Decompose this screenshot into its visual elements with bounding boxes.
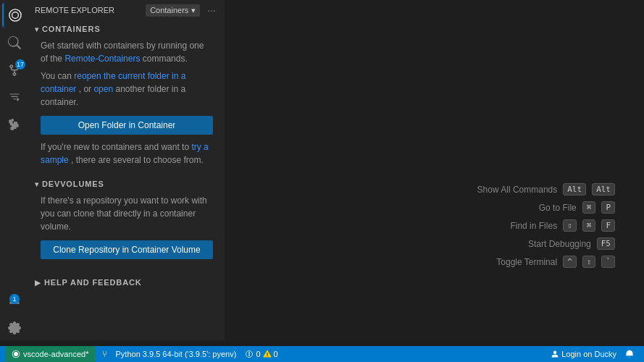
activity-icon-source-control[interactable]: 17	[2, 58, 27, 83]
kbd-shift-term: ⇧	[582, 256, 596, 268]
status-errors-item[interactable]: 0 0	[241, 346, 282, 362]
shortcut-label-terminal: Toggle Terminal	[463, 257, 557, 267]
kbd-cmd: ⌘	[582, 201, 596, 214]
status-login-item[interactable]: Login on Ducky	[546, 346, 621, 362]
warning-icon	[263, 350, 272, 358]
status-bar: vscode-advanced* ⑂ Python 3.9.5 64-bit (…	[0, 346, 644, 362]
sidebar: REMOTE EXPLORER Containers ▾ ··· ▾ CONTA…	[29, 0, 225, 340]
remote-label: vscode-advanced*	[23, 350, 89, 358]
shortcut-label-commands: Show All Commands	[463, 185, 557, 195]
new-text: If you're new to containers and want to	[41, 142, 189, 152]
containers-label: CONTAINERS	[42, 25, 101, 33]
help-label: HELP AND FEEDBACK	[44, 278, 142, 287]
main-content: Show All Commands Alt Alt Go to File ⌘ P…	[225, 0, 644, 340]
kbd-shift-find: ⇧	[563, 219, 577, 232]
bell-icon	[625, 350, 634, 358]
chevron-down-icon: ▾	[191, 6, 196, 15]
kbd-f: F	[601, 219, 615, 232]
error-count: 0	[256, 350, 260, 358]
commands-text: commands.	[143, 54, 188, 64]
sidebar-header: REMOTE EXPLORER Containers ▾ ···	[29, 0, 225, 20]
devvolumes-section-header[interactable]: ▾ DEVVOLUMES	[29, 175, 225, 191]
there-text: , there are several to choose from.	[71, 155, 204, 165]
activity-icon-extensions[interactable]	[2, 113, 27, 138]
source-control-badge: 17	[15, 59, 25, 70]
shortcut-label-goto: Go to File	[482, 203, 577, 213]
devvolumes-content: If there's a repository you want to work…	[29, 191, 225, 274]
kbd-alt2: Alt	[592, 183, 615, 195]
activity-icon-remote-explorer[interactable]	[2, 3, 27, 28]
kbd-backtick: `	[601, 256, 615, 268]
dropdown-label: Containers	[150, 6, 188, 14]
open-folder-link[interactable]: open	[93, 84, 113, 94]
status-notifications-item[interactable]	[621, 346, 638, 362]
shortcuts-panel: Show All Commands Alt Alt Go to File ⌘ P…	[463, 183, 615, 268]
kbd-cmd-find: ⌘	[582, 219, 596, 232]
kbd-ctrl: ^	[563, 256, 577, 268]
shortcut-label-debug: Start Debugging	[497, 239, 591, 249]
kbd-f5: F5	[597, 237, 615, 250]
shortcut-row-commands: Show All Commands Alt Alt	[463, 183, 615, 195]
shortcut-row-terminal: Toggle Terminal ^ ⇧ `	[463, 256, 615, 268]
shortcut-row-find: Find in Files ⇧ ⌘ F	[463, 219, 615, 232]
or-text: , or	[79, 84, 91, 94]
status-python-item[interactable]: Python 3.9.5 64-bit ('3.9.5': pyenv)	[112, 346, 241, 362]
activity-bar: 17 1	[0, 0, 29, 340]
activity-icon-run[interactable]	[2, 85, 27, 110]
status-remote-item[interactable]: vscode-advanced*	[6, 346, 95, 362]
more-options-button[interactable]: ···	[204, 3, 219, 17]
warning-count: 0	[274, 350, 278, 358]
shortcut-row-goto: Go to File ⌘ P	[463, 201, 615, 214]
login-icon	[551, 350, 559, 358]
sidebar-title: REMOTE EXPLORER	[35, 6, 141, 14]
containers-dropdown[interactable]: Containers ▾	[146, 4, 200, 17]
activity-icon-search[interactable]	[2, 30, 27, 55]
shortcut-label-find: Find in Files	[463, 221, 557, 231]
containers-chevron-icon: ▾	[35, 25, 39, 33]
containers-section-header[interactable]: ▾ CONTAINERS	[29, 20, 225, 36]
containers-content: Get started with containers by running o…	[29, 36, 225, 175]
shortcut-row-debug: Start Debugging F5	[463, 237, 615, 250]
kbd-p: P	[601, 201, 615, 214]
status-branch-item[interactable]: ⑂	[98, 346, 112, 362]
remote-containers-link[interactable]: Remote-Containers	[64, 54, 140, 64]
login-label: Login on Ducky	[561, 350, 616, 358]
error-icon	[245, 350, 254, 358]
remote-status-icon	[12, 350, 20, 358]
accounts-badge: 1	[9, 294, 20, 304]
devvolumes-label: DEVVOLUMES	[42, 180, 104, 188]
kbd-alt1: Alt	[563, 183, 586, 195]
devvolumes-chevron-icon: ▾	[35, 180, 39, 188]
activity-icon-accounts[interactable]: 1	[2, 288, 27, 313]
clone-repository-button[interactable]: Clone Repository in Container Volume	[41, 240, 213, 259]
branch-icon: ⑂	[102, 349, 107, 359]
python-label: Python 3.9.5 64-bit ('3.9.5': pyenv)	[116, 350, 237, 358]
reopen-text: You can	[41, 71, 72, 81]
help-section-header[interactable]: ▶ HELP AND FEEDBACK	[29, 274, 225, 290]
activity-icon-settings[interactable]	[2, 316, 27, 340]
devvolumes-desc: If there's a repository you want to work…	[41, 194, 213, 233]
help-chevron-icon: ▶	[35, 279, 41, 287]
open-folder-button[interactable]: Open Folder in Container	[41, 116, 213, 135]
